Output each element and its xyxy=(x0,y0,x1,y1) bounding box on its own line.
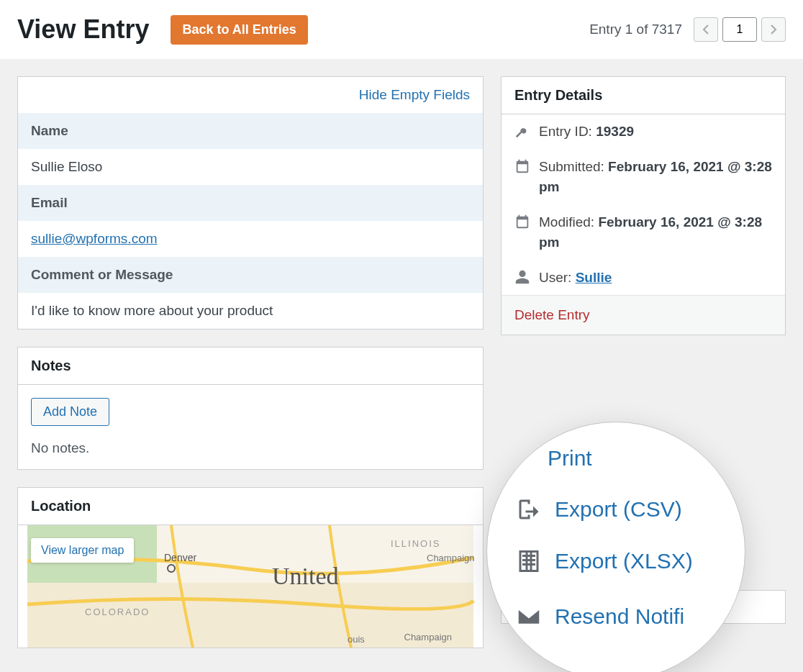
field-label-email: Email xyxy=(18,185,483,221)
right-column: Entry Details Entry ID: 19329 Submitted:… xyxy=(501,76,786,656)
location-title: Location xyxy=(18,488,483,525)
content-area: Hide Empty Fields Name Sullie Eloso Emai… xyxy=(0,59,803,672)
detail-user: User: Sullie xyxy=(502,260,785,296)
chevron-right-icon xyxy=(770,24,777,35)
no-notes-text: No notes. xyxy=(31,440,470,456)
fields-panel: Hide Empty Fields Name Sullie Eloso Emai… xyxy=(17,76,484,330)
svg-text:Champaign: Champaign xyxy=(427,553,475,563)
field-value-email: sullie@wpforms.com xyxy=(18,221,483,257)
calendar-icon xyxy=(514,158,530,174)
key-icon xyxy=(514,123,530,139)
prev-entry-button[interactable] xyxy=(694,17,718,42)
svg-text:Champaign: Champaign xyxy=(404,632,453,643)
entry-count: Entry 1 of 7317 xyxy=(589,22,682,37)
notes-panel: Notes Add Note No notes. xyxy=(17,347,484,470)
detail-submitted: Submitted: February 16, 2021 @ 3:28 pm xyxy=(502,150,785,205)
view-larger-map-button[interactable]: View larger map xyxy=(31,538,134,563)
field-value-comment: I'd like to know more about your product xyxy=(18,293,483,329)
svg-text:COLORADO: COLORADO xyxy=(85,607,150,617)
page-number-input[interactable] xyxy=(722,17,757,42)
delete-entry-link[interactable]: Delete Entry xyxy=(514,307,590,322)
add-note-button[interactable]: Add Note xyxy=(31,398,109,426)
svg-text:ouis: ouis xyxy=(348,634,365,645)
next-entry-button[interactable] xyxy=(761,17,786,42)
export-icon xyxy=(516,496,542,522)
pager xyxy=(694,17,786,42)
left-column: Hide Empty Fields Name Sullie Eloso Emai… xyxy=(17,76,484,656)
top-right: Entry 1 of 7317 xyxy=(589,17,786,42)
chevron-left-icon xyxy=(702,24,709,35)
svg-text:ILLINOIS: ILLINOIS xyxy=(391,538,440,549)
user-icon xyxy=(514,269,530,285)
export-csv-action[interactable]: Export (CSV) xyxy=(516,483,716,535)
location-body[interactable]: View larger map Champaign United COLORAD… xyxy=(18,525,483,648)
entry-details-title: Entry Details xyxy=(502,77,785,114)
location-panel: Location View larger map Champaign Unite… xyxy=(17,487,484,648)
calendar-icon xyxy=(514,214,530,230)
field-value-name: Sullie Eloso xyxy=(18,149,483,185)
top-bar: View Entry Back to All Entries Entry 1 o… xyxy=(0,0,803,59)
field-label-name: Name xyxy=(18,113,483,149)
export-xlsx-action[interactable]: Export (XLSX) xyxy=(516,535,716,587)
print-action[interactable]: Print xyxy=(516,433,716,483)
resend-notification-action[interactable]: Resend Notifi xyxy=(516,591,716,643)
notes-title: Notes xyxy=(18,348,483,385)
entry-details-panel: Entry Details Entry ID: 19329 Submitted:… xyxy=(501,76,786,335)
notes-body: Add Note No notes. xyxy=(18,385,483,469)
hide-empty-fields-link[interactable]: Hide Empty Fields xyxy=(18,77,483,113)
delete-row: Delete Entry xyxy=(502,295,785,335)
svg-text:United: United xyxy=(272,563,339,589)
email-link[interactable]: sullie@wpforms.com xyxy=(31,231,158,246)
page-title: View Entry xyxy=(17,14,149,45)
user-link[interactable]: Sullie xyxy=(576,270,612,285)
zoom-overlay: Print Export (CSV) Export (XLSX) Resend … xyxy=(486,422,745,672)
back-to-entries-button[interactable]: Back to All Entries xyxy=(171,15,307,45)
top-left: View Entry Back to All Entries xyxy=(17,14,308,45)
detail-modified: Modified: February 16, 2021 @ 3:28 pm xyxy=(502,205,785,260)
svg-text:Denver: Denver xyxy=(164,552,196,563)
mail-icon xyxy=(516,604,542,630)
detail-entry-id: Entry ID: 19329 xyxy=(502,114,785,150)
field-label-comment: Comment or Message xyxy=(18,257,483,293)
spreadsheet-icon xyxy=(516,548,542,574)
